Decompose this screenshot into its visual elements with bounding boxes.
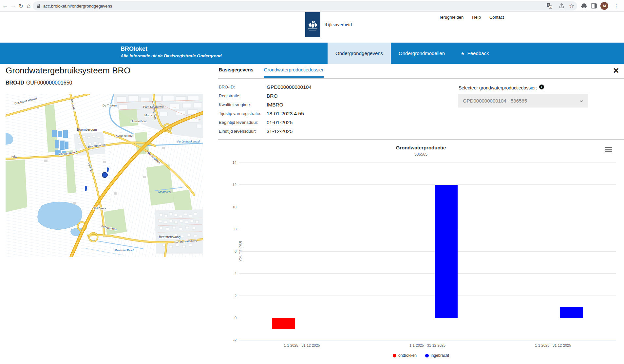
bro-id-label: BRO-ID [6, 80, 24, 86]
field-label: Registratie: [219, 93, 267, 98]
map-label-town: Boornbergum [77, 128, 97, 131]
map-urban-beetsterzwaag [155, 209, 203, 254]
chart-gridline [239, 273, 616, 274]
legend-item-ingebracht[interactable]: ingebracht [425, 353, 449, 358]
site-header: Rijksoverheid Terugmelden Help Contact [0, 12, 624, 43]
map-marker-pin[interactable] [85, 186, 87, 191]
x-axis-category-label: 1-1-2025 - 31-12-2025 [273, 343, 331, 347]
chart-gridline [239, 184, 616, 185]
field-row: Begintijd levensduur:01-01-2025 [219, 118, 312, 127]
close-icon[interactable]: × [613, 66, 619, 75]
chart-title: Grondwaterproductie [218, 145, 624, 150]
legend-marker-icon [393, 354, 396, 357]
map-label-area: Morra [144, 114, 152, 117]
link-help[interactable]: Help [472, 15, 481, 20]
chart-legend: onttrokkeningebracht [218, 353, 624, 358]
tab-basisgegevens[interactable]: Basisgegevens [219, 67, 254, 78]
grondwaterproductie-chart: Grondwaterproductie 536565 Volume (M3) -… [218, 141, 624, 364]
bar-ingebracht[interactable] [435, 185, 458, 318]
map-label-area: Kortehemmen [116, 134, 134, 137]
rijksoverheid-wordmark: Rijksoverheid [324, 22, 352, 28]
field-value: 18-01-2023 4:55 [267, 111, 304, 117]
field-label: Eindtijd levensduur: [219, 129, 267, 134]
page-title: Grondwatergebruiksysteem BRO [6, 66, 130, 76]
chart-subtitle: 536565 [218, 152, 624, 157]
map-label-water: Forbiningskanaal [177, 140, 200, 143]
y-axis-tick-label: 0 [226, 316, 236, 320]
legend-label: onttrokken [398, 353, 417, 358]
brand-home-link[interactable]: BROloket Alle informatie uit de Basisreg… [121, 46, 221, 58]
bar-onttrokken[interactable] [272, 318, 295, 329]
y-axis-tick-label: -2 [226, 338, 236, 342]
x-axis-line [239, 340, 616, 340]
y-axis-tick-label: 8 [226, 227, 236, 231]
tab-ondergrondgegevens[interactable]: Ondergrondgegevens [328, 43, 391, 64]
lock-icon [37, 4, 41, 8]
main-navbar: BROloket Alle informatie uit de Basisreg… [0, 43, 624, 64]
tab-ondergrondmodellen[interactable]: Ondergrondmodellen [391, 43, 453, 64]
chart-menu-icon[interactable] [604, 146, 613, 153]
chart-gridline [239, 207, 616, 207]
chart-gridline [239, 251, 616, 252]
profile-avatar[interactable]: M [600, 2, 608, 10]
legend-marker-icon [425, 354, 429, 357]
y-axis-tick-label: 4 [226, 272, 236, 276]
side-panel-icon[interactable] [590, 2, 598, 10]
dossier-select-value: GPD000000000104 - 536565 [463, 98, 527, 104]
map-label-town: Beetsterzwaag [159, 235, 180, 239]
map-label-water: Beetster Feart [115, 249, 134, 252]
url-text: acc.broloket.nl/ondergrondgegevens [43, 4, 112, 9]
y-axis-tick-label: 14 [226, 161, 236, 164]
x-axis-category-label: 1-1-2025 - 31-12-2025 [523, 343, 582, 347]
y-axis-tick-label: 6 [226, 249, 236, 253]
bro-id-value: GUF000000001650 [26, 80, 72, 86]
section-divider [218, 140, 624, 140]
extensions-icon[interactable] [580, 2, 588, 10]
share-icon[interactable] [558, 2, 566, 10]
field-value: BRO [267, 93, 278, 99]
dossier-select[interactable]: GPD000000000104 - 536565 [458, 94, 588, 107]
field-row: BRO-ID:GPD000000000104 [219, 83, 312, 91]
chevron-down-icon [579, 99, 583, 103]
chart-gridline [239, 318, 616, 318]
field-value: 31-12-2025 [267, 128, 293, 134]
info-icon[interactable]: i [539, 85, 544, 89]
field-value: 01-01-2025 [267, 120, 293, 125]
field-value: GPD000000000104 [267, 84, 312, 90]
url-bar[interactable]: acc.broloket.nl/ondergrondgegevens [33, 1, 577, 10]
chart-plot-area: Volume (M3) -2024681012141-1-2025 - 31-1… [239, 163, 616, 340]
navbar-tabs: Ondergrondgegevens Ondergrondmodellen ★F… [328, 43, 497, 64]
header-links: Terugmelden Help Contact [439, 15, 504, 20]
tab-label: Ondergrondgegevens [335, 50, 383, 56]
brand-name: BROloket [121, 46, 221, 52]
home-icon[interactable]: ⌂ [24, 1, 33, 10]
field-label: Tijdstip van registratie: [219, 111, 267, 116]
y-axis-tick-label: 12 [226, 183, 236, 187]
field-label: Kwaliteitsregime: [219, 102, 267, 107]
feedback-star-icon: ★ [461, 51, 465, 56]
link-contact[interactable]: Contact [489, 15, 504, 20]
rijksoverheid-logo[interactable] [305, 12, 320, 37]
field-row: Kwaliteitsregime:IMBRO [219, 100, 312, 109]
bookmark-star-icon[interactable]: ☆ [567, 2, 576, 10]
location-map[interactable]: Drachtster Heawei De Tisken De Trisken P… [6, 94, 203, 257]
tab-grondwaterproductiedossier[interactable]: Grondwaterproductiedossier [264, 67, 324, 78]
field-row: Tijdstip van registratie:18-01-2023 4:55 [219, 109, 312, 118]
legend-item-onttrokken[interactable]: onttrokken [393, 353, 417, 358]
chart-gridline [239, 296, 616, 296]
chart-gridline [239, 163, 616, 163]
dossier-fields: BRO-ID:GPD000000000104 Registratie:BRO K… [219, 83, 312, 136]
panel-separator [218, 78, 624, 79]
browser-toolbar: ← → ↻ ⌂ acc.broloket.nl/ondergrondgegeve… [0, 0, 624, 12]
bar-ingebracht[interactable] [560, 307, 583, 318]
chart-gridline [239, 229, 616, 229]
tab-label: Feedback [467, 50, 489, 56]
translate-icon[interactable]: Aa [545, 2, 554, 10]
svg-text:a: a [550, 6, 551, 9]
link-terugmelden[interactable]: Terugmelden [439, 15, 463, 20]
y-axis-tick-label: 10 [226, 205, 236, 209]
browser-menu-icon[interactable]: ⋮ [612, 2, 620, 10]
map-label-area: Himsterhout [131, 120, 147, 123]
map-label-area: Ald Beets [93, 207, 106, 210]
tab-feedback[interactable]: ★Feedback [453, 43, 497, 64]
